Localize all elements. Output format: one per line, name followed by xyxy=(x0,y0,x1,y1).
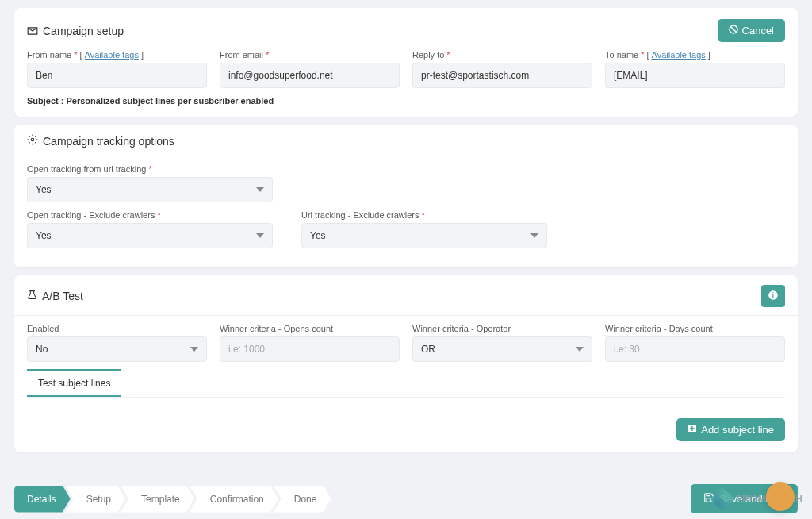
cancel-icon xyxy=(729,25,738,37)
abtest-tabs: Test subject lines xyxy=(27,370,785,398)
to-name-input[interactable] xyxy=(605,63,785,88)
to-name-field: To name * [Available tags] xyxy=(605,50,785,88)
url-exclude-select[interactable]: Yes xyxy=(301,223,547,248)
open-from-url-select[interactable]: Yes xyxy=(27,177,273,202)
abtest-opens-input[interactable] xyxy=(220,336,400,362)
url-exclude-label: Url tracking - Exclude crawlers * xyxy=(301,210,547,220)
add-subject-line-button[interactable]: Add subject line xyxy=(676,418,785,441)
campaign-setup-title-text: Campaign setup xyxy=(43,25,124,37)
from-name-field: From name * [Available tags] xyxy=(27,50,207,88)
abtest-enabled-label: Enabled xyxy=(27,324,207,333)
open-exclude-select[interactable]: Yes xyxy=(27,223,273,248)
abtest-enabled-field: Enabled No xyxy=(27,324,207,362)
tracking-row2: Open tracking - Exclude crawlers * Yes U… xyxy=(27,210,785,248)
gear-icon xyxy=(27,134,38,148)
chat-widget-button[interactable] xyxy=(766,482,795,511)
abtest-days-field: Winner criteria - Days count xyxy=(605,324,785,362)
plus-icon xyxy=(688,424,697,436)
campaign-setup-header: Campaign setup Cancel xyxy=(27,19,785,42)
from-email-input[interactable] xyxy=(220,63,400,88)
abtest-days-label: Winner criteria - Days count xyxy=(605,324,785,333)
campaign-setup-title: Campaign setup xyxy=(27,25,124,37)
abtest-operator-select[interactable]: OR xyxy=(412,336,592,362)
open-exclude-label: Open tracking - Exclude crawlers * xyxy=(27,210,273,220)
save-icon xyxy=(703,492,714,506)
svg-text:i: i xyxy=(772,291,774,298)
abtest-opens-label: Winner criteria - Opens count xyxy=(220,324,400,333)
abtest-icon xyxy=(27,290,37,302)
from-name-available-tags-link[interactable]: Available tags xyxy=(85,50,139,60)
open-from-url-field: Open tracking from url tracking * Yes xyxy=(27,164,785,202)
from-email-field: From email * xyxy=(220,50,400,88)
subject-line: Subject : Personalized subject lines per… xyxy=(27,96,785,106)
add-subject-line-label: Add subject line xyxy=(701,424,774,436)
reply-to-label: Reply to * xyxy=(412,50,592,60)
step-confirmation[interactable]: Confirmation xyxy=(190,486,278,513)
abtest-days-input[interactable] xyxy=(605,336,785,362)
abtest-opens-field: Winner criteria - Opens count xyxy=(220,324,400,362)
from-name-input[interactable] xyxy=(27,63,207,88)
reply-to-input[interactable] xyxy=(412,63,592,88)
abtest-operator-field: Winner criteria - Operator OR xyxy=(412,324,592,362)
campaign-setup-panel: Campaign setup Cancel From name * [Avail… xyxy=(14,8,798,117)
cancel-button[interactable]: Cancel xyxy=(718,19,785,42)
tracking-title: Campaign tracking options xyxy=(14,134,798,156)
abtest-fields-row: Enabled No Winner criteria - Opens count… xyxy=(27,324,785,362)
from-email-label: From email * xyxy=(220,50,400,60)
abtest-enabled-select[interactable]: No xyxy=(27,336,207,362)
open-from-url-label: Open tracking from url tracking * xyxy=(27,164,785,174)
abtest-operator-label: Winner criteria - Operator xyxy=(412,324,592,333)
open-exclude-field: Open tracking - Exclude crawlers * Yes xyxy=(27,210,273,248)
abtest-header: A/B Test i xyxy=(14,285,798,316)
reply-to-field: Reply to * xyxy=(412,50,592,88)
svg-point-1 xyxy=(31,138,34,141)
step-done[interactable]: Done xyxy=(274,486,331,513)
to-name-label: To name * [Available tags] xyxy=(605,50,785,60)
wizard-footer: Details Setup Template Confirmation Done… xyxy=(14,484,798,513)
info-icon: i xyxy=(768,290,779,303)
from-name-label: From name * [Available tags] xyxy=(27,50,207,60)
tracking-panel: Campaign tracking options Open tracking … xyxy=(14,125,798,267)
to-name-available-tags-link[interactable]: Available tags xyxy=(652,50,706,60)
campaign-fields-row: From name * [Available tags] From email … xyxy=(27,50,785,88)
abtest-info-button[interactable]: i xyxy=(761,285,785,307)
cancel-label: Cancel xyxy=(742,25,774,37)
add-subject-row: Add subject line xyxy=(27,398,785,441)
step-template[interactable]: Template xyxy=(121,486,194,513)
wizard-steps: Details Setup Template Confirmation Done xyxy=(14,486,331,513)
step-details[interactable]: Details xyxy=(14,486,71,513)
step-setup[interactable]: Setup xyxy=(66,486,125,513)
url-exclude-field: Url tracking - Exclude crawlers * Yes xyxy=(301,210,547,248)
abtest-panel: A/B Test i Enabled No Winner criteria - … xyxy=(14,275,798,452)
tab-test-subject-lines[interactable]: Test subject lines xyxy=(27,369,121,397)
abtest-title: A/B Test xyxy=(27,290,83,302)
envelope-icon xyxy=(27,25,38,37)
